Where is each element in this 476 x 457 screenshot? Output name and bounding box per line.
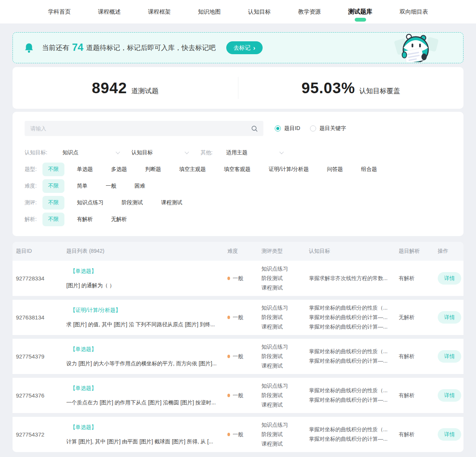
- question-type-link[interactable]: 【单选题】: [66, 385, 219, 392]
- difficulty-label: 一般: [233, 275, 243, 282]
- difficulty-label: 一般: [233, 314, 243, 321]
- filter-option[interactable]: 填空主观题: [179, 166, 206, 173]
- nav-item-1[interactable]: 学科首页: [48, 1, 71, 23]
- filter-option[interactable]: 判断题: [145, 166, 161, 173]
- radio-option-2[interactable]: 题目关键字: [310, 125, 346, 132]
- question-type-link[interactable]: 【单选题】: [66, 268, 219, 275]
- nav-item-3[interactable]: 课程框架: [148, 1, 171, 23]
- cell-analysis: 无解析: [399, 314, 438, 321]
- objective: 掌握求解非齐次线性方程的常数...: [309, 275, 393, 282]
- column-header: 题目ID: [13, 248, 66, 255]
- cell-analysis: 有解析: [399, 392, 438, 399]
- chevron-down-icon: [279, 150, 283, 154]
- cell-question-id: 927754372: [13, 431, 66, 438]
- cell-question-id: 927754376: [13, 392, 66, 399]
- difficulty-value: 一般: [227, 353, 261, 360]
- filter-option[interactable]: 证明/计算/分析题: [269, 166, 309, 173]
- search-input[interactable]: [30, 125, 251, 131]
- detail-button[interactable]: 详情: [438, 311, 461, 324]
- detail-button[interactable]: 详情: [438, 389, 461, 402]
- filter-option[interactable]: 有解析: [77, 216, 93, 223]
- cell-analysis: 有解析: [399, 431, 438, 438]
- cell-analysis: 有解析: [399, 275, 438, 282]
- nav-item-7[interactable]: 测试题库: [348, 0, 373, 23]
- cell-action: 详情: [438, 389, 463, 402]
- filter-option[interactable]: 问答题: [327, 166, 343, 173]
- search-icon[interactable]: [251, 125, 258, 132]
- cell-eval-types: 知识点练习阶段测试课程测试: [261, 344, 309, 369]
- nav-item-4[interactable]: 知识地图: [198, 1, 221, 23]
- filter-option[interactable]: 多选题: [111, 166, 127, 173]
- detail-button[interactable]: 详情: [438, 428, 461, 441]
- nav-item-8[interactable]: 双向细目表: [400, 1, 428, 23]
- nav-item-6[interactable]: 教学资源: [298, 1, 321, 23]
- radio-option-1[interactable]: 题目ID: [275, 125, 300, 132]
- difficulty-value: 一般: [227, 275, 261, 282]
- nav-item-label: 教学资源: [298, 8, 321, 15]
- filter-option[interactable]: 组合题: [361, 166, 377, 173]
- go-mark-button[interactable]: 去标记 ›: [226, 41, 263, 54]
- filter-option[interactable]: 不限: [42, 163, 64, 176]
- column-header: 认知目标: [309, 248, 399, 255]
- cell-objectives: 掌握对坐标的曲线积分的性质（...掌握对坐标的曲线积分的计算—...: [309, 348, 399, 365]
- analysis-status: 有解析: [399, 392, 415, 398]
- filter-option[interactable]: 不限: [42, 196, 64, 210]
- difficulty-dot-icon: [227, 433, 230, 436]
- difficulty-dot-icon: [227, 394, 230, 397]
- filter-option[interactable]: 阶段测试: [122, 199, 143, 206]
- eval-type-list: 知识点练习阶段测试课程测试: [261, 266, 309, 291]
- nav-item-5[interactable]: 认知目标: [248, 1, 271, 23]
- filter-option[interactable]: 不限: [42, 213, 64, 226]
- filter-options: 不限有解析无解析: [48, 216, 127, 223]
- filter-options: 不限知识点练习阶段测试课程测试: [48, 199, 182, 206]
- filter-option[interactable]: 知识点练习: [77, 199, 103, 206]
- difficulty-dot-icon: [227, 277, 230, 280]
- dropdown-2[interactable]: 认知目标: [132, 149, 188, 156]
- column-header: 难度: [227, 248, 261, 255]
- filter-option[interactable]: 单选题: [77, 166, 93, 173]
- top-navigation: 学科首页课程概述课程框架知识地图认知目标教学资源测试题库双向细目表: [0, 0, 476, 23]
- filter-option[interactable]: 一般: [106, 183, 116, 189]
- search-row: 题目ID题目关键字: [25, 121, 451, 136]
- filter-option[interactable]: 不限: [42, 179, 64, 193]
- question-count-value: 8942: [92, 80, 127, 97]
- difficulty-dot-icon: [227, 355, 230, 358]
- column-header: 操作: [438, 248, 463, 255]
- nav-item-label: 知识地图: [198, 8, 221, 15]
- stat-coverage: 95.03% 认知目标覆盖: [238, 80, 464, 97]
- dropdown-1[interactable]: 知识点: [63, 149, 119, 156]
- coverage-label: 认知目标覆盖: [359, 86, 400, 95]
- dropdown-value: 认知目标: [132, 149, 153, 156]
- question-type-link[interactable]: 【单选题】: [66, 424, 219, 431]
- filter-row-3: 测评:不限知识点练习阶段测试课程测试: [25, 196, 451, 210]
- cell-objectives: 掌握对坐标的曲线积分的性质（...掌握对坐标的曲线积分的计算—...: [309, 387, 399, 404]
- question-type-link[interactable]: 【单选题】: [66, 346, 219, 353]
- detail-button[interactable]: 详情: [438, 350, 461, 363]
- question-type-link[interactable]: 【证明/计算/分析题】: [66, 307, 219, 314]
- filter-option[interactable]: 简单: [77, 183, 88, 189]
- question-count-label: 道测试题: [131, 86, 158, 95]
- eval-type: 知识点练习: [261, 305, 309, 311]
- cell-analysis: 有解析: [399, 353, 438, 360]
- eval-type-list: 知识点练习阶段测试课程测试: [261, 344, 309, 369]
- filter-option[interactable]: 困难: [135, 183, 145, 189]
- nav-item-label: 认知目标: [248, 8, 271, 15]
- filter-option[interactable]: 无解析: [111, 216, 127, 223]
- eval-type: 知识点练习: [261, 344, 309, 351]
- cell-action: 详情: [438, 272, 463, 285]
- cell-question-id: 927728334: [13, 275, 66, 282]
- nav-item-label: 课程框架: [148, 8, 171, 15]
- eval-type: 阶段测试: [261, 275, 309, 282]
- detail-button[interactable]: 详情: [438, 272, 461, 285]
- objective: 掌握对坐标的曲线积分的计算—...: [309, 436, 393, 443]
- mascot-character: [394, 32, 440, 64]
- analysis-status: 有解析: [399, 275, 415, 281]
- cell-action: 详情: [438, 428, 463, 441]
- nav-item-2[interactable]: 课程概述: [98, 1, 121, 23]
- radio-circle-icon: [310, 125, 316, 131]
- cell-eval-types: 知识点练习阶段测试课程测试: [261, 305, 309, 330]
- filter-option[interactable]: 填空客观题: [224, 166, 251, 173]
- filter-option[interactable]: 课程测试: [161, 199, 182, 206]
- eval-type: 课程测试: [261, 402, 309, 408]
- dropdown-other[interactable]: 适用主题: [226, 149, 283, 156]
